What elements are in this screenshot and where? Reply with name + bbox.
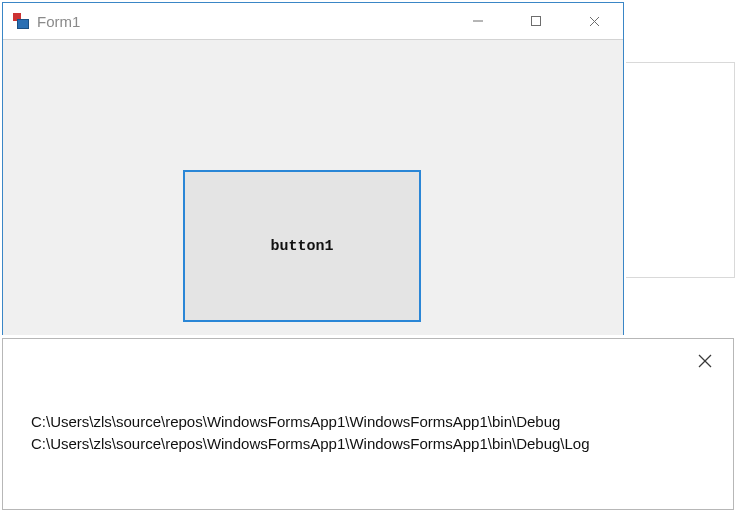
minimize-button[interactable] (449, 3, 507, 39)
background-panel-right (626, 62, 735, 278)
app-icon (13, 13, 29, 29)
window-controls (449, 3, 623, 39)
close-button[interactable] (565, 3, 623, 39)
form-client-area: button1 (3, 40, 623, 335)
messagebox-text: C:\Users\zls\source\repos\WindowsFormsAp… (31, 411, 590, 455)
messagebox-window: C:\Users\zls\source\repos\WindowsFormsAp… (2, 338, 734, 510)
messagebox-line2: C:\Users\zls\source\repos\WindowsFormsAp… (31, 435, 590, 452)
messagebox-line1: C:\Users\zls\source\repos\WindowsFormsAp… (31, 413, 560, 430)
svg-rect-1 (532, 17, 541, 26)
form1-window: Form1 button1 (2, 2, 624, 335)
maximize-button[interactable] (507, 3, 565, 39)
window-title: Form1 (37, 13, 80, 30)
button1[interactable]: button1 (183, 170, 421, 322)
titlebar[interactable]: Form1 (3, 3, 623, 40)
messagebox-close-button[interactable] (685, 345, 725, 377)
